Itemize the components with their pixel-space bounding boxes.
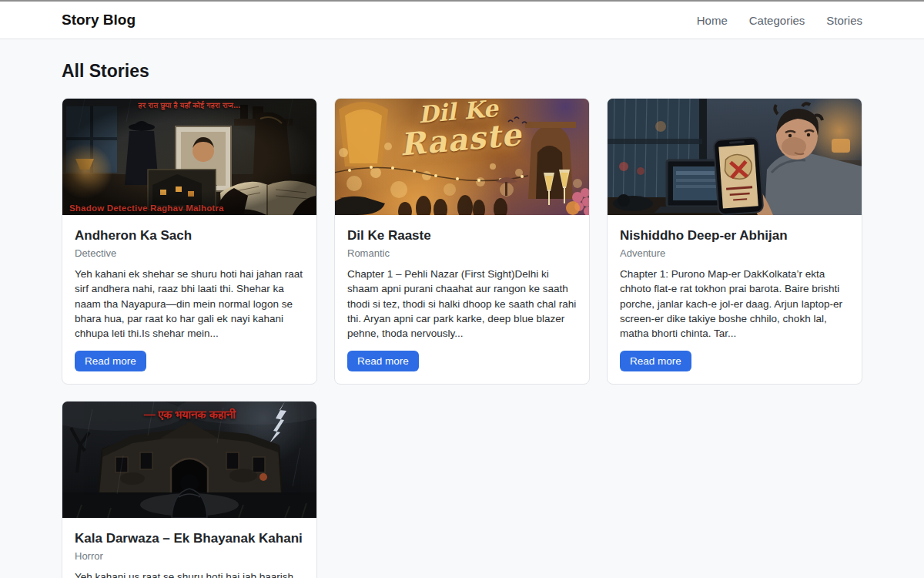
- story-excerpt: Chapter 1 – Pehli Nazar (First Sight)Del…: [347, 267, 577, 341]
- card-body: Nishiddho Deep-er Abhijan Adventure Chap…: [608, 215, 862, 384]
- story-title: Kala Darwaza – Ek Bhayanak Kahani: [75, 531, 304, 546]
- story-card-romantic: Dil Ke Raaste Dil Ke Raaste Romantic Cha…: [334, 98, 590, 385]
- adventure-scene-illustration: [608, 99, 862, 215]
- story-title: Dil Ke Raaste: [347, 228, 577, 244]
- stories-grid: हर रात छुपा है यहाँ कोई गहरा राज... Shad…: [62, 98, 862, 578]
- read-more-button[interactable]: Read more: [347, 351, 419, 371]
- story-title: Andheron Ka Sach: [75, 228, 304, 244]
- story-cover-art-romantic: Dil Ke Raaste: [335, 99, 589, 215]
- story-card-adventure: Nishiddho Deep-er Abhijan Adventure Chap…: [607, 98, 862, 385]
- romantic-scene-illustration: [335, 99, 589, 215]
- story-category: Adventure: [620, 247, 849, 259]
- story-title: Nishiddho Deep-er Abhijan: [620, 228, 849, 244]
- story-card-horror: — एक भयानक कहानी Kala Darwaza – Ek Bhaya…: [62, 401, 317, 578]
- nav-links: Home Categories Stories: [697, 14, 862, 27]
- nav-link-home[interactable]: Home: [697, 14, 728, 27]
- story-cover-art-adventure: [608, 99, 862, 215]
- story-category: Detective: [75, 247, 304, 259]
- story-excerpt: Yeh kahani us raat se shuru hoti hai jab…: [75, 570, 304, 578]
- nav-link-categories[interactable]: Categories: [749, 14, 805, 27]
- story-category: Horror: [75, 550, 304, 562]
- story-card-detective: हर रात छुपा है यहाँ कोई गहरा राज... Shad…: [62, 98, 317, 385]
- story-cover-art-detective: हर रात छुपा है यहाँ कोई गहरा राज... Shad…: [62, 99, 316, 215]
- nav-link-stories[interactable]: Stories: [826, 14, 862, 27]
- card-body: Dil Ke Raaste Romantic Chapter 1 – Pehli…: [335, 215, 589, 384]
- main-content: All Stories: [0, 61, 924, 578]
- page-title: All Stories: [62, 61, 862, 82]
- story-excerpt: Yeh kahani ek shehar se shuru hoti hai j…: [75, 267, 304, 341]
- navbar: Story Blog Home Categories Stories: [0, 2, 924, 39]
- card-body: Kala Darwaza – Ek Bhayanak Kahani Horror…: [62, 518, 316, 578]
- card-body: Andheron Ka Sach Detective Yeh kahani ek…: [62, 215, 316, 384]
- detective-scene-illustration: [62, 99, 316, 215]
- horror-scene-illustration: [62, 402, 316, 518]
- story-cover-art-horror: — एक भयानक कहानी: [62, 402, 316, 518]
- read-more-button[interactable]: Read more: [620, 351, 691, 371]
- story-excerpt: Chapter 1: Purono Map-er DakKolkata’r ek…: [620, 267, 849, 341]
- brand-link[interactable]: Story Blog: [62, 12, 136, 29]
- story-category: Romantic: [347, 247, 577, 259]
- read-more-button[interactable]: Read more: [75, 351, 146, 371]
